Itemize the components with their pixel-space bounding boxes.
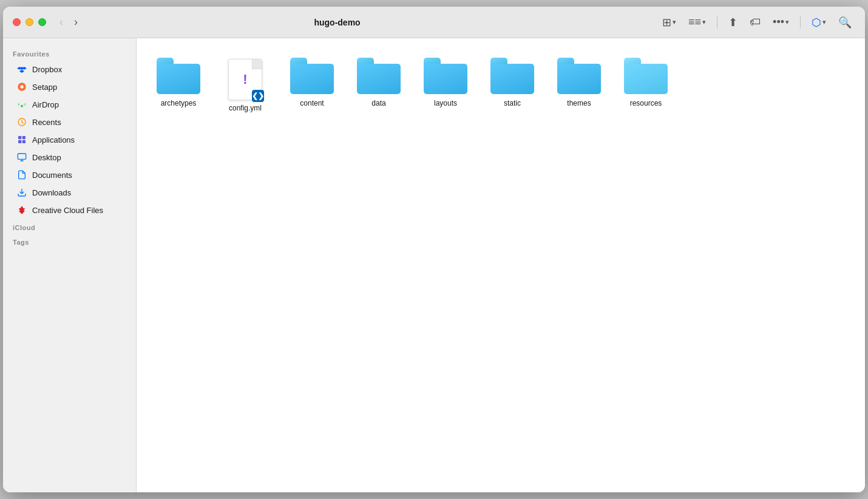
file-name-resources: resources [630,99,662,109]
applications-sidebar-icon [16,134,27,145]
vscode-badge: ❮❯ [252,90,264,102]
file-grid: archetypes ! ❮❯ config.yml [151,53,850,118]
folder-icon-content [290,58,334,94]
documents-sidebar-icon [16,169,27,180]
file-name-layouts: layouts [434,99,457,109]
file-name-data: data [371,99,385,109]
downloads-sidebar-icon [16,187,27,198]
vscode-icon: ❮❯ [252,92,264,100]
view-chevron-icon: ▾ [673,18,676,26]
recents-sidebar-label: Recents [32,118,61,127]
file-name-content: content [300,99,324,109]
sidebar-item-creative-cloud[interactable]: Creative Cloud Files [7,202,132,219]
grid-icon: ⊞ [662,16,671,29]
airdrop-sidebar-label: AirDrop [32,100,59,109]
folder-icon-themes [557,58,601,94]
recents-sidebar-icon [16,117,27,127]
more-icon: ••• [773,16,784,29]
tags-label: Tags [3,234,136,248]
dropbox-button[interactable]: ⬡ ▾ [808,13,830,32]
toolbar-right: ⊞ ▾ ≡≡ ▾ ⬆ 🏷 ••• ▾ ⬡ ▾ [659,13,855,32]
sidebar-item-airdrop[interactable]: AirDrop [7,96,132,113]
window-title: hugo-demo [16,18,659,27]
dropbox-icon: ⬡ [812,16,821,29]
desktop-sidebar-icon [16,152,27,163]
file-icon-config-yml: ! ❮❯ [223,58,267,101]
svg-rect-3 [18,136,21,139]
tag-button[interactable]: 🏷 [746,13,764,31]
file-item-static[interactable]: static [485,53,540,118]
search-button[interactable]: 🔍 [835,13,855,32]
airdrop-sidebar-icon [16,99,27,110]
finder-window: ‹ › hugo-demo ⊞ ▾ ≡≡ ▾ ⬆ 🏷 ••• ▾ [3,7,865,492]
creative-cloud-sidebar-icon [16,205,27,216]
svg-rect-7 [18,154,25,159]
documents-sidebar-label: Documents [32,171,72,180]
file-item-layouts[interactable]: layouts [418,53,473,118]
file-item-themes[interactable]: themes [552,53,606,118]
svg-point-1 [21,105,23,107]
folder-icon-archetypes [157,58,200,94]
file-item-config-yml[interactable]: ! ❮❯ config.yml [218,53,273,118]
file-item-archetypes[interactable]: archetypes [151,53,206,118]
applications-sidebar-label: Applications [32,135,75,144]
file-name-themes: themes [567,99,591,109]
file-item-resources[interactable]: resources [619,53,673,118]
file-area: archetypes ! ❮❯ config.yml [137,38,865,492]
folder-icon-static [490,58,534,94]
folder-icon-resources [624,58,668,94]
sidebar-item-applications[interactable]: Applications [7,131,132,148]
search-icon: 🔍 [838,16,852,29]
sidebar-item-downloads[interactable]: Downloads [7,184,132,201]
list-icon: ≡≡ [688,16,701,29]
separator-2 [800,16,801,29]
icloud-label: iCloud [3,219,136,234]
dropbox-sidebar-label: Dropbox [32,65,62,74]
creative-cloud-sidebar-label: Creative Cloud Files [32,206,103,215]
share-button[interactable]: ⬆ [725,13,741,32]
sidebar-item-recents[interactable]: Recents [7,114,132,131]
setapp-sidebar-icon [16,81,27,92]
yaml-exclaim-icon: ! [243,73,247,86]
titlebar: ‹ › hugo-demo ⊞ ▾ ≡≡ ▾ ⬆ 🏷 ••• ▾ [3,7,865,38]
folder-icon-data [357,58,401,94]
file-item-data[interactable]: data [351,53,406,118]
separator-1 [717,16,717,29]
more-button[interactable]: ••• ▾ [769,13,793,31]
downloads-sidebar-label: Downloads [32,188,71,197]
setapp-sidebar-label: Setapp [32,83,57,92]
dropbox-chevron-icon: ▾ [822,18,826,26]
svg-rect-5 [18,140,21,143]
tag-icon: 🏷 [750,16,761,29]
file-item-content[interactable]: content [285,53,339,118]
sidebar-item-setapp[interactable]: Setapp [7,78,132,95]
file-name-config-yml: config.yml [229,104,262,114]
more-chevron-icon: ▾ [785,18,789,26]
list-chevron-icon: ▾ [702,18,706,26]
share-icon: ⬆ [728,16,737,29]
view-list-button[interactable]: ≡≡ ▾ [685,13,710,31]
favourites-label: Favourites [3,46,136,60]
sidebar-item-documents[interactable]: Documents [7,166,132,183]
file-name-static: static [504,99,521,109]
sidebar-item-dropbox[interactable]: Dropbox [7,61,132,78]
view-icon-button[interactable]: ⊞ ▾ [659,13,680,32]
content-area: Favourites Dropbox Setapp AirDrop [3,38,865,492]
sidebar-item-desktop[interactable]: Desktop [7,149,132,166]
file-name-archetypes: archetypes [161,99,197,109]
sidebar: Favourites Dropbox Setapp AirDrop [3,38,137,492]
svg-rect-6 [22,140,25,143]
desktop-sidebar-label: Desktop [32,153,61,162]
folder-icon-layouts [424,58,467,94]
svg-rect-4 [22,136,25,139]
dropbox-sidebar-icon [16,64,27,75]
